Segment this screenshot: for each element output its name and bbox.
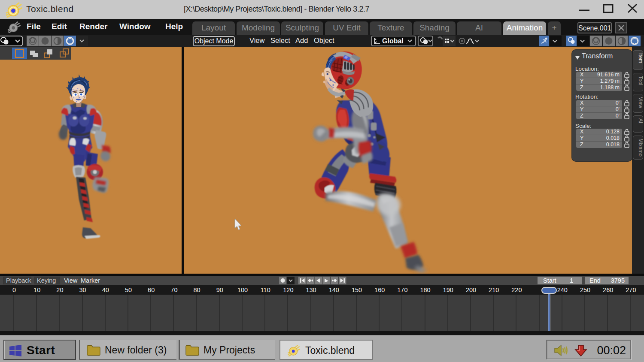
- svg-text:Global: Global: [382, 37, 404, 45]
